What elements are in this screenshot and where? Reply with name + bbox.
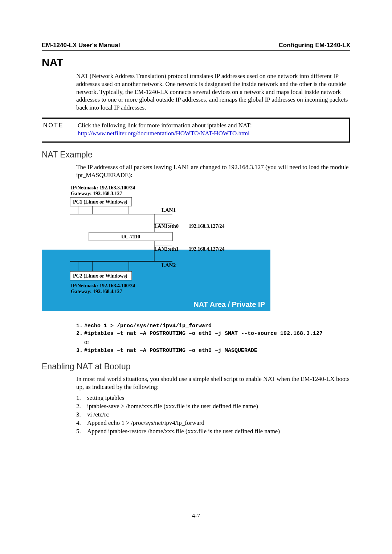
step2: iptables-save > /home/xxx.file (xxx.file… [87, 402, 258, 411]
step4-num: 4. [76, 419, 87, 427]
step5: Append iptables-restore /home/xxx.file (… [87, 427, 280, 436]
nat-intro-paragraph: NAT (Network Address Translation) protoc… [76, 72, 350, 112]
cmd2: #iptables –t nat –A POSTROUTING –o eth0 … [84, 331, 323, 337]
heading-enabling-nat-bootup: Enabling NAT at Bootup [42, 362, 350, 372]
step3: vi /etc/rc [87, 411, 109, 419]
bootup-intro-paragraph: In most real world situations, you shoul… [76, 375, 350, 391]
page-number: 4-7 [0, 512, 392, 520]
lan1-label: LAN1 [162, 207, 176, 213]
nat-diagram: NAT Area / Private IP IP/Netmask: 192.16… [42, 184, 350, 317]
nat-area-label: NAT Area / Private IP [193, 300, 265, 308]
command-list: 1.#echo 1 > /proc/sys/net/ipv4/ip_forwar… [76, 322, 350, 355]
pc2-box-label: PC2 (Linux or Windows) [73, 273, 127, 279]
example-intro-paragraph: The IP addresses of all packets leaving … [76, 163, 350, 179]
cmd3: #iptables –t nat –A POSTROUTING –o eth0 … [84, 348, 257, 354]
cmd3-num: 3. [76, 347, 84, 355]
note-link[interactable]: http://www.netfilter.org/documentation/H… [78, 130, 250, 137]
lan1-eth-label: LAN1:eth0 [154, 223, 179, 229]
cmd-or: or [84, 338, 350, 347]
lan2-ip-label: 192.168.4.127/24 [189, 246, 224, 252]
pc2-gw: Gateway: 192.168.4.127 [71, 289, 122, 294]
header-right: Configuring EM-1240-LX [279, 42, 350, 49]
note-text: Click the following link for more inform… [78, 122, 252, 129]
diagram-svg: NAT Area / Private IP IP/Netmask: 192.16… [42, 184, 270, 315]
pc1-ip: IP/Netmask: 192.168.3.100/24 [71, 185, 135, 190]
heading-nat: NAT [42, 56, 350, 69]
step5-num: 5. [76, 427, 87, 436]
uc-label: UC-7110 [121, 234, 140, 239]
lan2-label: LAN2 [162, 262, 176, 268]
header-left: EM-1240-LX User's Manual [42, 42, 120, 49]
heading-nat-example: NAT Example [42, 150, 350, 160]
page-header: EM-1240-LX User's Manual Configuring EM-… [42, 42, 350, 51]
pc1-box-label: PC1 (Linux or Windows) [73, 199, 127, 205]
cmd2-num: 2. [76, 330, 84, 338]
bootup-steps: 1.setting iptables 2.iptables-save > /ho… [76, 394, 350, 436]
note-body: Click the following link for more inform… [78, 122, 252, 138]
note-label: NOTE [42, 122, 78, 138]
lan2-eth-label: LAN2:eth1 [154, 246, 179, 252]
step1-num: 1. [76, 394, 87, 402]
pc2-ip: IP/Netmask: 192.168.4.100/24 [71, 283, 135, 288]
step4: Append echo 1 > /proc/sys/net/ipv4/ip_fo… [87, 419, 204, 427]
step3-num: 3. [76, 411, 87, 419]
step1: setting iptables [87, 394, 124, 402]
cmd1-num: 1. [76, 322, 84, 330]
lan1-ip-label: 192.168.3.127/24 [189, 223, 224, 229]
cmd1: #echo 1 > /proc/sys/net/ipv4/ip_forward [84, 323, 212, 329]
note-box: NOTE Click the following link for more i… [42, 118, 350, 143]
step2-num: 2. [76, 402, 87, 411]
pc1-gw: Gateway: 192.168.3.127 [71, 191, 122, 196]
